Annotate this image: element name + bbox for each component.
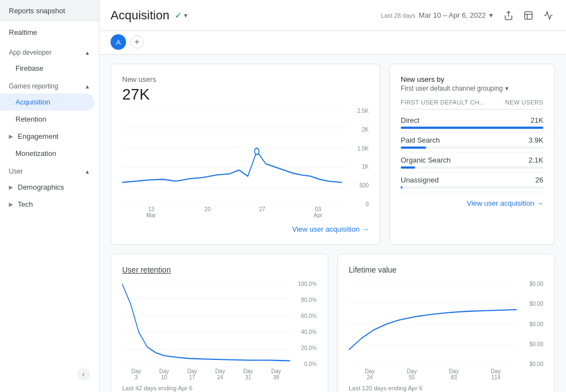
header-left: Acquisition ✓ ▾ — [111, 8, 187, 23]
new-users-value: 27K — [122, 86, 369, 103]
page-title: Acquisition — [111, 8, 169, 23]
calendar-dropdown-icon: ▾ — [489, 11, 493, 19]
retention-card: User retention 100.0% 80.0% 60.0% 40.0% … — [111, 254, 328, 392]
svg-rect-1 — [525, 12, 532, 19]
new-users-chart: 2.5K 2K 1.5K 1K 500 0 — [122, 108, 369, 218]
channel-card-title: New users by — [401, 75, 543, 83]
chevron-down-icon: ▾ — [505, 85, 509, 92]
table-row: Organic Search 2.1K — [401, 153, 543, 173]
sidebar-item-engagement[interactable]: ▶ Engagement — [0, 128, 99, 145]
sidebar-section-games-reporting[interactable]: Games reporting ▲ — [0, 77, 99, 93]
sidebar-item-demographics[interactable]: ▶ Demographics — [0, 179, 99, 196]
retention-title: User retention — [122, 265, 317, 274]
bottom-cards-row: User retention 100.0% 80.0% 60.0% 40.0% … — [111, 254, 555, 392]
check-circle-icon: ✓ — [175, 10, 182, 20]
sidebar-collapse-area: ‹ — [0, 362, 99, 386]
add-comparison-button[interactable]: + — [130, 35, 144, 49]
sidebar-item-retention[interactable]: Retention — [0, 111, 99, 128]
sidebar-item-firebase[interactable]: Firebase — [0, 60, 99, 77]
top-cards-row: New users 27K 2.5K 2K 1.5K 1K 500 0 — [111, 64, 555, 245]
retention-line-chart — [122, 281, 290, 367]
arrow-right-icon: ▶ — [9, 201, 13, 207]
main-content: Acquisition ✓ ▾ Last 28 days Mar 10 – Ap… — [99, 0, 566, 392]
new-users-card: New users 27K 2.5K 2K 1.5K 1K 500 0 — [111, 64, 380, 245]
table-row: Unassigned 26 — [401, 173, 543, 192]
sidebar-item-realtime[interactable]: Realtime — [0, 22, 99, 43]
sub-header: A + — [99, 31, 566, 55]
header-status: ✓ ▾ — [175, 10, 187, 20]
sidebar-item-monetization[interactable]: Monetization — [0, 145, 99, 162]
avatar[interactable]: A — [111, 34, 126, 50]
sidebar-item-acquisition[interactable]: Acquisition — [0, 93, 95, 111]
retention-footer: Last 42 days ending Apr 6 — [122, 385, 317, 391]
dashboard: New users 27K 2.5K 2K 1.5K 1K 500 0 — [99, 55, 566, 392]
table-row: Direct 21K — [401, 113, 543, 133]
new-users-title: New users — [122, 75, 369, 83]
sidebar: Reports snapshot Realtime App developer … — [0, 0, 99, 392]
channel-table-header: FIRST USER DEFAULT CH... NEW USERS — [401, 99, 543, 109]
ltv-line-chart — [349, 281, 517, 367]
channel-card-subtitle: First user default channel grouping ▾ — [401, 85, 543, 92]
sidebar-section-app-developer[interactable]: App developer ▲ — [0, 43, 99, 60]
insights-icon[interactable] — [542, 9, 555, 22]
ltv-card: Lifetime value $0.00 $0.00 $0.00 $0.00 $… — [337, 254, 555, 392]
arrow-right-icon: ▶ — [9, 184, 13, 190]
ltv-title: Lifetime value — [349, 265, 543, 274]
header-icons — [502, 9, 555, 22]
sidebar-section-user[interactable]: User ▲ — [0, 162, 99, 179]
retention-chart: 100.0% 80.0% 60.0% 40.0% 20.0% 0.0% — [122, 281, 317, 380]
chevron-up-icon: ▲ — [85, 50, 90, 56]
chevron-up-icon: ▲ — [85, 83, 90, 90]
new-users-line-chart — [122, 108, 347, 207]
date-range-picker[interactable]: Last 28 days Mar 10 – Apr 6, 2022 ▾ — [381, 11, 493, 19]
page-header: Acquisition ✓ ▾ Last 28 days Mar 10 – Ap… — [99, 0, 566, 31]
chevron-up-icon: ▲ — [85, 169, 90, 175]
export-icon[interactable] — [522, 9, 535, 22]
channel-card: New users by First user default channel … — [389, 64, 555, 245]
view-user-acquisition-link-2[interactable]: View user acquisition → — [401, 199, 543, 207]
sidebar-item-reports-snapshot[interactable]: Reports snapshot — [0, 0, 99, 22]
title-dropdown-arrow[interactable]: ▾ — [184, 12, 187, 19]
header-right: Last 28 days Mar 10 – Apr 6, 2022 ▾ — [381, 9, 555, 22]
view-user-acquisition-link-1[interactable]: View user acquisition → — [122, 225, 369, 233]
ltv-chart: $0.00 $0.00 $0.00 $0.00 $0.00 — [349, 281, 543, 380]
sidebar-collapse-button[interactable]: ‹ — [77, 368, 90, 381]
svg-point-10 — [255, 148, 259, 154]
share-icon[interactable] — [502, 9, 515, 22]
ltv-footer: Last 120 days ending Apr 6 — [349, 385, 543, 391]
sidebar-item-tech[interactable]: ▶ Tech — [0, 196, 99, 213]
table-row: Paid Search 3.9K — [401, 133, 543, 153]
arrow-right-icon: ▶ — [9, 133, 13, 139]
